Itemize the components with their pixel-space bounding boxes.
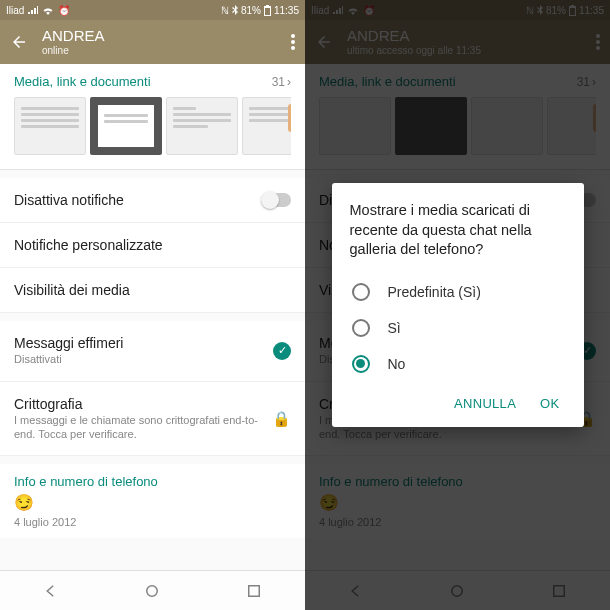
svg-point-0 (291, 34, 295, 38)
modal-overlay[interactable]: Mostrare i media scaricati di recente da… (305, 0, 610, 610)
signal-icon (28, 6, 38, 15)
info-section: Info e numero di telefono 😏 4 luglio 201… (0, 464, 305, 538)
media-thumb[interactable] (242, 97, 291, 155)
svg-point-3 (147, 585, 158, 596)
bluetooth-icon (232, 5, 238, 15)
content: Media, link e documenti 31 › Disattiva n… (0, 64, 305, 570)
nfc-icon: ℕ (221, 5, 229, 16)
carrier-label: Iliad (6, 5, 24, 16)
option-no[interactable]: No (350, 346, 566, 382)
option-label: No (388, 356, 406, 372)
svg-point-1 (291, 40, 295, 44)
phone-left: Iliad ⏰ ℕ 81% 11:35 ANDREA o (0, 0, 305, 610)
media-thumb[interactable] (14, 97, 86, 155)
time-label: 11:35 (274, 5, 299, 16)
radio-icon[interactable] (352, 319, 370, 337)
dialog-title: Mostrare i media scaricati di recente da… (350, 201, 566, 260)
media-visibility-dialog: Mostrare i media scaricati di recente da… (332, 183, 584, 427)
battery-label: 81% (241, 5, 261, 16)
more-icon[interactable] (291, 34, 295, 50)
option-default[interactable]: Predefinita (Sì) (350, 274, 566, 310)
row-ephemeral[interactable]: Messaggi effimeri Disattivati ✓ (0, 321, 305, 382)
crypto-sub: I messaggi e le chiamate sono crittograf… (14, 414, 272, 442)
ephemeral-label: Messaggi effimeri (14, 335, 273, 351)
toggle-switch[interactable] (261, 193, 291, 207)
mute-label: Disattiva notifiche (14, 192, 261, 208)
status-bar: Iliad ⏰ ℕ 81% 11:35 (0, 0, 305, 20)
check-icon: ✓ (273, 342, 291, 360)
info-title: Info e numero di telefono (14, 474, 291, 489)
option-label: Sì (388, 320, 401, 336)
lock-icon: 🔒 (272, 410, 291, 428)
android-navbar (0, 570, 305, 610)
app-header: ANDREA online (0, 20, 305, 64)
radio-icon[interactable] (352, 283, 370, 301)
about-date: 4 luglio 2012 (14, 516, 291, 528)
custom-notif-label: Notifiche personalizzate (14, 237, 291, 253)
nav-recent-icon[interactable] (245, 582, 263, 600)
row-media-visibility[interactable]: Visibilità dei media (0, 268, 305, 313)
back-icon[interactable] (10, 33, 28, 51)
media-count: 31 (272, 75, 285, 89)
media-strip[interactable] (14, 97, 291, 159)
nav-home-icon[interactable] (143, 582, 161, 600)
crypto-label: Crittografia (14, 396, 272, 412)
media-section[interactable]: Media, link e documenti 31 › (0, 64, 305, 170)
media-thumb[interactable] (166, 97, 238, 155)
row-custom-notifications[interactable]: Notifiche personalizzate (0, 223, 305, 268)
svg-rect-4 (249, 585, 260, 596)
cancel-button[interactable]: ANNULLA (454, 396, 516, 411)
contact-status: online (42, 45, 105, 56)
option-yes[interactable]: Sì (350, 310, 566, 346)
battery-icon (264, 5, 271, 16)
alarm-icon: ⏰ (58, 5, 70, 16)
phone-right: Iliad ⏰ ℕ 81% 11:35 ANDREA ultimo access… (305, 0, 610, 610)
option-label: Predefinita (Sì) (388, 284, 481, 300)
ok-button[interactable]: OK (540, 396, 559, 411)
media-thumb[interactable] (90, 97, 162, 155)
visibility-label: Visibilità dei media (14, 282, 291, 298)
radio-icon-selected[interactable] (352, 355, 370, 373)
wifi-icon (42, 6, 54, 15)
media-label: Media, link e documenti (14, 74, 151, 89)
row-mute[interactable]: Disattiva notifiche (0, 178, 305, 223)
ephemeral-sub: Disattivati (14, 353, 273, 367)
chevron-right-icon: › (287, 75, 291, 89)
about-emoji: 😏 (14, 493, 291, 512)
contact-name[interactable]: ANDREA (42, 28, 105, 45)
nav-back-icon[interactable] (42, 582, 60, 600)
svg-point-2 (291, 46, 295, 50)
row-encryption[interactable]: Crittografia I messaggi e le chiamate so… (0, 382, 305, 457)
